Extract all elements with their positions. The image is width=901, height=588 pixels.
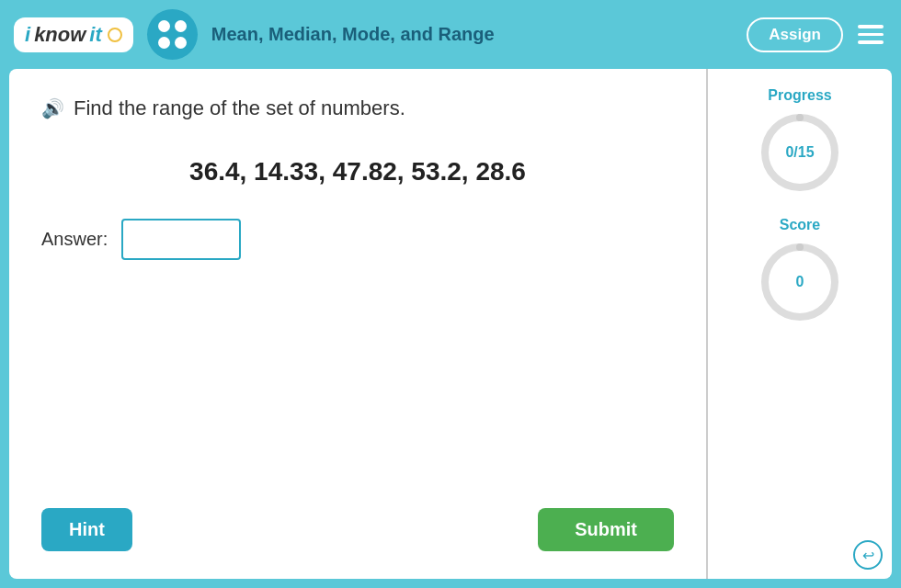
header-right: Assign (747, 17, 887, 52)
back-button[interactable]: ↩ (853, 540, 883, 570)
bottom-buttons: Hint Submit (41, 490, 674, 551)
progress-label: Progress (768, 87, 831, 104)
score-section: Score 0 (758, 217, 841, 323)
bulb-icon (108, 28, 122, 42)
answer-label: Answer: (41, 229, 108, 250)
logo: i know it (14, 17, 133, 52)
dot-4 (175, 37, 187, 49)
numbers-display: 36.4, 14.33, 47.82, 53.2, 28.6 (41, 157, 674, 187)
menu-line-2 (858, 33, 884, 37)
menu-line-1 (858, 25, 884, 28)
back-icon: ↩ (862, 547, 874, 564)
score-value: 0 (796, 274, 804, 290)
dot-2 (175, 20, 187, 32)
logo-text-it: it (89, 23, 101, 47)
header: i know it Mean, Median, Mode, and Range … (0, 0, 901, 69)
question-panel: 🔊 Find the range of the set of numbers. … (9, 69, 708, 579)
score-circle: 0 (758, 241, 841, 323)
hint-button[interactable]: Hint (41, 508, 132, 551)
question-text-container: 🔊 Find the range of the set of numbers. (41, 96, 674, 120)
submit-button[interactable]: Submit (538, 508, 674, 551)
dot-1 (158, 20, 170, 32)
menu-button[interactable] (854, 21, 887, 48)
answer-input[interactable] (121, 219, 241, 260)
progress-value: 0/15 (785, 144, 814, 161)
dot-3 (158, 37, 170, 49)
answer-row: Answer: (41, 219, 674, 260)
logo-text-know: know (34, 23, 86, 47)
score-label: Score (780, 217, 820, 233)
activity-icon (147, 9, 198, 60)
main-content: 🔊 Find the range of the set of numbers. … (9, 69, 892, 579)
logo-text-i: i (25, 23, 30, 47)
progress-section: Progress 0/15 (758, 87, 841, 194)
sound-icon[interactable]: 🔊 (41, 97, 64, 119)
right-panel: Progress 0/15 Score 0 ↩ (708, 69, 892, 579)
assign-button[interactable]: Assign (747, 17, 843, 52)
progress-circle: 0/15 (758, 111, 841, 194)
dots-grid (158, 20, 187, 49)
question-text: Find the range of the set of numbers. (74, 96, 405, 120)
menu-line-3 (858, 40, 884, 44)
activity-title: Mean, Median, Mode, and Range (211, 24, 734, 45)
